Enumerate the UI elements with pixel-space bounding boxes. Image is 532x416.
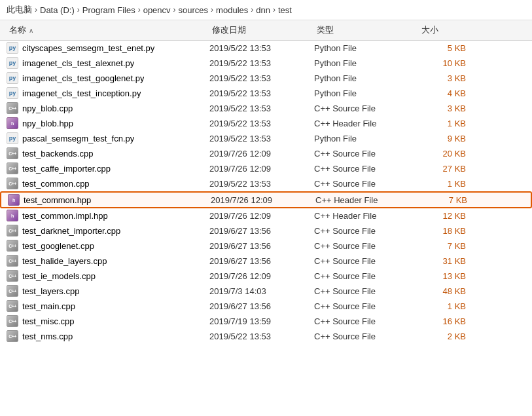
file-date: 2019/5/22 13:53 <box>209 179 314 189</box>
file-name: npy_blob.cpp <box>22 104 73 113</box>
breadcrumb-sep-2: › <box>138 5 141 14</box>
table-row[interactable]: py imagenet_cls_test_googlenet.py 2019/5… <box>0 71 532 86</box>
breadcrumb-sep-0: › <box>35 5 37 14</box>
cpp-file-icon: C++ <box>7 240 18 252</box>
file-size: 1 KB <box>419 301 471 311</box>
file-size: 4 KB <box>419 88 471 98</box>
cpp-file-icon: C++ <box>7 225 18 236</box>
file-type: C++ Source File <box>314 164 419 174</box>
table-row[interactable]: C++ test_layers.cpp 2019/7/3 14:03 C++ S… <box>0 284 532 299</box>
file-type: Python File <box>314 73 419 83</box>
file-name-cell: C++ test_caffe_importer.cpp <box>7 162 209 174</box>
table-row[interactable]: C++ test_googlenet.cpp 2019/6/27 13:56 C… <box>0 238 532 254</box>
file-name: test_misc.cpp <box>22 316 74 326</box>
file-size: 10 KB <box>419 58 471 68</box>
breadcrumb-programfiles[interactable]: Program Files <box>82 5 135 15</box>
table-row[interactable]: C++ test_darknet_importer.cpp 2019/6/27 … <box>0 223 532 238</box>
col-header-date[interactable]: 修改日期 <box>209 23 314 37</box>
breadcrumb-drive[interactable]: Data (D:) <box>40 5 75 15</box>
file-name-cell: C++ test_layers.cpp <box>7 285 209 297</box>
file-name: test_layers.cpp <box>22 286 79 296</box>
file-name: imagenet_cls_test_inception.py <box>22 88 141 98</box>
file-name-cell: py imagenet_cls_test_alexnet.py <box>7 57 209 69</box>
file-type: C++ Header File <box>314 211 419 221</box>
file-name: test_nms.cpp <box>22 331 73 341</box>
table-row[interactable]: h test_common.hpp 2019/7/26 12:09 C++ He… <box>0 191 532 208</box>
sort-arrow-icon: ∧ <box>29 27 33 34</box>
python-file-icon: py <box>7 42 18 54</box>
file-list: py cityscapes_semsegm_test_enet.py 2019/… <box>0 41 532 344</box>
table-row[interactable]: py pascal_semsegm_test_fcn.py 2019/5/22 … <box>0 131 532 146</box>
table-row[interactable]: h test_common.impl.hpp 2019/7/26 12:09 C… <box>0 208 532 223</box>
file-type: C++ Source File <box>314 316 419 326</box>
cpp-file-icon: C++ <box>7 270 18 282</box>
table-row[interactable]: py imagenet_cls_test_alexnet.py 2019/5/2… <box>0 56 532 71</box>
file-size: 2 KB <box>419 331 471 341</box>
file-type: C++ Source File <box>314 149 419 159</box>
table-row[interactable]: C++ test_misc.cpp 2019/7/19 13:59 C++ So… <box>0 314 532 329</box>
file-name-cell: h test_common.impl.hpp <box>7 210 209 221</box>
file-name: test_common.impl.hpp <box>22 211 108 221</box>
table-row[interactable]: C++ test_main.cpp 2019/6/27 13:56 C++ So… <box>0 299 532 314</box>
table-row[interactable]: h npy_blob.hpp 2019/5/22 13:53 C++ Heade… <box>0 116 532 131</box>
table-row[interactable]: C++ test_nms.cpp 2019/5/22 13:53 C++ Sou… <box>0 329 532 344</box>
file-name-cell: py pascal_semsegm_test_fcn.py <box>7 132 209 144</box>
file-date: 2019/5/22 13:53 <box>209 73 314 83</box>
table-row[interactable]: C++ test_common.cpp 2019/5/22 13:53 C++ … <box>0 176 532 191</box>
cpp-file-icon: C++ <box>7 178 18 189</box>
hpp-file-icon: h <box>7 117 18 129</box>
file-name-cell: C++ test_ie_models.cpp <box>7 270 209 282</box>
cpp-file-icon: C++ <box>7 330 18 342</box>
file-name: test_ie_models.cpp <box>22 271 96 281</box>
file-size: 1 KB <box>419 179 471 189</box>
col-header-name[interactable]: 名称 ∧ <box>7 23 209 37</box>
cpp-file-icon: C++ <box>7 102 18 114</box>
file-name: test_common.cpp <box>22 179 90 189</box>
file-type: C++ Source File <box>314 331 419 341</box>
breadcrumb-sep-4: › <box>211 5 213 14</box>
file-name-cell: py cityscapes_semsegm_test_enet.py <box>7 42 209 54</box>
file-type: C++ Source File <box>314 104 419 113</box>
file-name-cell: py imagenet_cls_test_googlenet.py <box>7 72 209 84</box>
cpp-file-icon: C++ <box>7 285 18 297</box>
table-row[interactable]: py cityscapes_semsegm_test_enet.py 2019/… <box>0 41 532 56</box>
table-row[interactable]: C++ test_backends.cpp 2019/7/26 12:09 C+… <box>0 146 532 161</box>
hpp-file-icon: h <box>8 194 20 206</box>
file-size: 31 KB <box>419 256 471 266</box>
file-size: 7 KB <box>419 241 471 251</box>
breadcrumb-sources[interactable]: sources <box>179 5 209 15</box>
breadcrumb-modules[interactable]: modules <box>216 5 248 15</box>
cpp-file-icon: C++ <box>7 162 18 174</box>
breadcrumb-dnn[interactable]: dnn <box>256 5 270 15</box>
table-row[interactable]: C++ npy_blob.cpp 2019/5/22 13:53 C++ Sou… <box>0 101 532 116</box>
file-date: 2019/7/26 12:09 <box>209 211 314 221</box>
breadcrumb-computer[interactable]: 此电脑 <box>7 4 32 16</box>
file-type: C++ Header File <box>315 195 420 205</box>
file-size: 1 KB <box>419 119 471 128</box>
breadcrumb-sep-1: › <box>77 5 80 14</box>
file-type: C++ Source File <box>314 179 419 189</box>
breadcrumb-opencv[interactable]: opencv <box>143 5 171 15</box>
file-name-cell: C++ test_backends.cpp <box>7 147 209 159</box>
file-type: C++ Source File <box>314 271 419 281</box>
breadcrumb-test[interactable]: test <box>278 5 292 15</box>
table-row[interactable]: C++ test_halide_layers.cpp 2019/6/27 13:… <box>0 254 532 269</box>
file-date: 2019/5/22 13:53 <box>209 43 314 53</box>
column-headers: 名称 ∧ 修改日期 类型 大小 <box>0 20 532 41</box>
table-row[interactable]: py imagenet_cls_test_inception.py 2019/5… <box>0 86 532 101</box>
col-header-type[interactable]: 类型 <box>314 23 419 37</box>
table-row[interactable]: C++ test_caffe_importer.cpp 2019/7/26 12… <box>0 161 532 176</box>
file-name-cell: C++ test_misc.cpp <box>7 315 209 327</box>
table-row[interactable]: C++ test_ie_models.cpp 2019/7/26 12:09 C… <box>0 269 532 284</box>
file-date: 2019/7/26 12:09 <box>209 164 314 174</box>
file-name-cell: py imagenet_cls_test_inception.py <box>7 87 209 99</box>
file-type: C++ Header File <box>314 119 419 128</box>
file-size: 5 KB <box>419 43 471 53</box>
file-date: 2019/7/26 12:09 <box>209 271 314 281</box>
file-date: 2019/5/22 13:53 <box>209 331 314 341</box>
col-header-size[interactable]: 大小 <box>419 23 471 37</box>
file-date: 2019/7/26 12:09 <box>211 195 315 205</box>
python-file-icon: py <box>7 57 18 69</box>
file-size: 12 KB <box>419 211 471 221</box>
file-name-cell: h test_common.hpp <box>8 194 211 206</box>
